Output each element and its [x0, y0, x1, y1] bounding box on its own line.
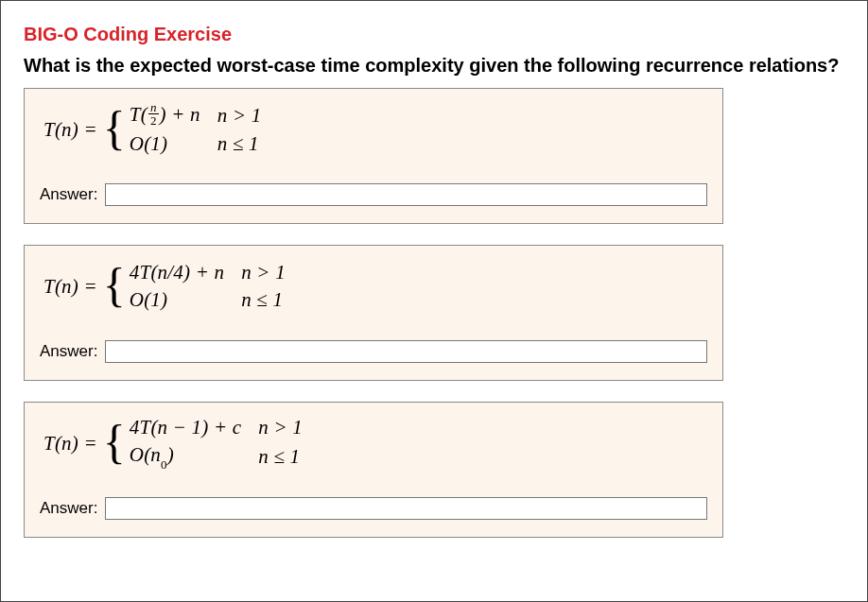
brace-icon: {	[103, 104, 126, 151]
question-text: What is the expected worst-case time com…	[24, 55, 844, 77]
answer-row: Answer:	[40, 340, 707, 363]
case-cond: n > 1	[258, 416, 303, 439]
case-expr-text: O(n	[130, 443, 161, 466]
answer-label: Answer:	[40, 499, 97, 518]
case-expr-text: T(	[130, 103, 148, 126]
case-cond: n > 1	[217, 104, 262, 128]
case-expr: O(n0)	[130, 443, 241, 470]
equation-lhs: T(n) =	[43, 275, 97, 299]
answer-label: Answer:	[40, 185, 97, 204]
fraction-num: n	[148, 101, 159, 114]
page: BIG-O Coding Exercise What is the expect…	[0, 0, 868, 602]
answer-row: Answer:	[40, 183, 707, 206]
recurrence-equation: T(n) = { 4T(n/4) + n n > 1 O(1) n ≤ 1	[43, 259, 707, 314]
case-expr: O(1)	[130, 132, 200, 156]
answer-input[interactable]	[105, 497, 707, 520]
fraction-den: 2	[148, 114, 159, 127]
answer-input[interactable]	[105, 340, 707, 363]
answer-row: Answer:	[40, 497, 707, 520]
equation-cases: 4T(n − 1) + c n > 1 O(n0) n ≤ 1	[130, 416, 303, 470]
page-title: BIG-O Coding Exercise	[24, 24, 844, 45]
problem-block: T(n) = { 4T(n/4) + n n > 1 O(1) n ≤ 1 An…	[24, 245, 723, 381]
subscript: 0	[161, 457, 167, 472]
case-expr-text: )	[167, 443, 174, 466]
answer-label: Answer:	[40, 342, 97, 361]
case-expr-text: ) + n	[160, 103, 200, 126]
problem-block: T(n) = { 4T(n − 1) + c n > 1 O(n0) n ≤ 1…	[24, 402, 723, 538]
equation-lhs: T(n) =	[43, 118, 97, 142]
equation-cases: T(n2) + n n > 1 O(1) n ≤ 1	[130, 103, 262, 157]
case-expr: O(1)	[130, 288, 224, 312]
brace-icon: {	[103, 261, 126, 308]
case-expr: 4T(n/4) + n	[130, 261, 224, 284]
case-cond: n ≤ 1	[217, 132, 262, 156]
case-cond: n ≤ 1	[241, 288, 286, 312]
equation-cases: 4T(n/4) + n n > 1 O(1) n ≤ 1	[130, 261, 286, 312]
case-expr: T(n2) + n	[130, 103, 200, 129]
answer-input[interactable]	[105, 183, 707, 206]
case-expr: 4T(n − 1) + c	[130, 416, 241, 439]
problem-block: T(n) = { T(n2) + n n > 1 O(1) n ≤ 1 Answ…	[24, 88, 723, 224]
recurrence-equation: T(n) = { 4T(n − 1) + c n > 1 O(n0) n ≤ 1	[43, 416, 707, 471]
brace-icon: {	[103, 418, 126, 465]
case-cond: n > 1	[241, 261, 286, 284]
fraction: n2	[148, 101, 159, 127]
recurrence-equation: T(n) = { T(n2) + n n > 1 O(1) n ≤ 1	[43, 102, 707, 157]
equation-lhs: T(n) =	[43, 432, 97, 456]
case-cond: n ≤ 1	[258, 445, 303, 469]
